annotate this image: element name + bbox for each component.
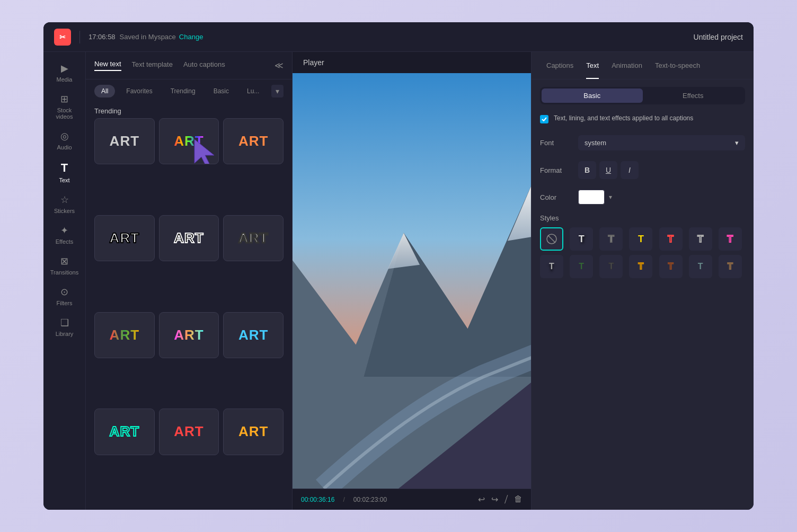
underline-button[interactable]: U <box>599 161 617 179</box>
font-row: Font system ▾ <box>532 130 754 156</box>
check-icon <box>542 117 547 121</box>
style-row2-1[interactable]: T <box>540 255 563 278</box>
tab-captions[interactable]: Captions <box>540 52 580 79</box>
checkbox-label: Text, lining, and text effects applied t… <box>554 114 693 123</box>
italic-button[interactable]: I <box>621 161 639 179</box>
stock-videos-icon: ⊞ <box>60 93 68 105</box>
color-label: Color <box>540 193 572 201</box>
style-row2-3[interactable]: T <box>599 255 623 278</box>
filter-trending[interactable]: Trending <box>164 85 202 97</box>
color-swatch[interactable] <box>578 190 605 205</box>
style-row2-2[interactable]: T <box>570 255 593 278</box>
style-row2-4[interactable]: T <box>629 255 652 278</box>
header-saved: Saved in Myspace <box>120 33 176 41</box>
total-time: 00:02:23:00 <box>353 496 387 503</box>
delete-btn[interactable]: 🗑 <box>514 494 523 504</box>
template-card-9[interactable]: ART <box>223 312 284 358</box>
style-row2-6[interactable]: T <box>689 255 712 278</box>
svg-line-7 <box>548 235 555 243</box>
style-shadow[interactable]: T <box>570 227 593 251</box>
media-icon: ▶ <box>61 63 68 74</box>
filters-icon: ⊙ <box>60 286 68 298</box>
sidebar-item-audio[interactable]: ◎ Audio <box>47 126 83 155</box>
filter-lu[interactable]: Lu... <box>240 85 266 97</box>
template-card-2[interactable]: ART <box>159 118 219 164</box>
sidebar-label-transitions: Transitions <box>50 269 78 276</box>
style-pink-outline[interactable]: T <box>719 227 742 251</box>
style-stroke[interactable]: T <box>599 227 623 251</box>
header-divider <box>79 31 80 43</box>
main-area: ▶ Media ⊞ Stock videos ◎ Audio T Text ☆ … <box>43 52 754 510</box>
text-panel: New text Text template Auto captions ≪ A… <box>86 52 293 510</box>
tab-animation[interactable]: Animation <box>605 52 649 79</box>
sidebar-item-media[interactable]: ▶ Media <box>47 58 83 87</box>
filter-all[interactable]: All <box>94 85 115 97</box>
tab-auto-captions[interactable]: Auto captions <box>183 60 225 70</box>
timeline-bar: 00:00:36:16 / 00:02:23:00 ↩ ↪ ⧸ 🗑 <box>293 489 531 510</box>
font-select[interactable]: system ▾ <box>578 135 745 150</box>
split-btn[interactable]: ⧸ <box>504 494 508 504</box>
sidebar-label-stock-videos: Stock videos <box>50 107 79 120</box>
style-row2-7[interactable]: T <box>719 255 742 278</box>
sidebar-label-effects: Effects <box>56 238 73 245</box>
art-text-2: ART <box>174 133 203 149</box>
style-none[interactable] <box>540 227 563 251</box>
tab-new-text[interactable]: New text <box>94 60 121 71</box>
template-card-1[interactable]: ART <box>94 118 155 164</box>
right-panel: Captions Text Animation Text-to-speech B… <box>531 52 754 510</box>
sidebar-item-filters[interactable]: ⊙ Filters <box>47 282 83 311</box>
style-row2-5[interactable]: T <box>659 255 683 278</box>
sidebar-item-stock-videos[interactable]: ⊞ Stock videos <box>47 89 83 124</box>
format-label: Format <box>540 166 572 174</box>
template-card-7[interactable]: ART <box>94 312 155 358</box>
template-card-12[interactable]: ART <box>223 409 284 455</box>
tab-text-to-speech[interactable]: Text-to-speech <box>649 52 706 79</box>
tab-text-template[interactable]: Text template <box>132 60 173 70</box>
template-card-10[interactable]: ART <box>94 409 155 455</box>
art-text-4: ART <box>110 230 139 246</box>
art-text-5: ART <box>174 230 203 246</box>
art-text-8: ART <box>174 327 203 343</box>
undo-btn[interactable]: ↩ <box>478 494 485 504</box>
sidebar-item-text[interactable]: T Text <box>47 157 83 188</box>
style-gray-outline[interactable]: T <box>689 227 712 251</box>
filter-favorites[interactable]: Favorites <box>119 85 159 97</box>
sidebar-item-stickers[interactable]: ☆ Stickers <box>47 190 83 218</box>
header-change-link[interactable]: Change <box>179 33 203 41</box>
template-card-5[interactable]: ART <box>159 215 219 261</box>
art-text-9: ART <box>238 327 268 343</box>
styles-grid-row2: T T T T T T T <box>532 255 754 282</box>
audio-icon: ◎ <box>60 130 69 142</box>
template-card-8[interactable]: ART <box>159 312 219 358</box>
style-yellow[interactable]: T <box>629 227 652 251</box>
collapse-icon[interactable]: ≪ <box>274 60 284 70</box>
sidebar: ▶ Media ⊞ Stock videos ◎ Audio T Text ☆ … <box>43 52 86 510</box>
checkbox[interactable] <box>540 115 548 123</box>
bold-button[interactable]: B <box>578 161 596 179</box>
text-icon: T <box>61 161 68 175</box>
art-text-6: ART <box>238 230 268 246</box>
tab-text[interactable]: Text <box>580 52 605 79</box>
template-card-6[interactable]: ART <box>223 215 284 261</box>
toggle-effects[interactable]: Effects <box>643 88 744 103</box>
template-card-4[interactable]: ART <box>94 215 155 261</box>
sidebar-label-audio: Audio <box>57 144 72 150</box>
sidebar-item-library[interactable]: ❑ Library <box>47 313 83 341</box>
templates-grid: ART ART ART ART <box>86 118 292 510</box>
filter-bar: All Favorites Trending Basic Lu... ▾ <box>86 79 292 103</box>
sidebar-item-transitions[interactable]: ⊠ Transitions <box>47 251 83 280</box>
template-card-11[interactable]: ART <box>159 409 219 455</box>
filter-basic[interactable]: Basic <box>207 85 236 97</box>
template-card-3[interactable]: ART <box>223 118 284 164</box>
color-chevron-icon[interactable]: ▾ <box>609 193 612 201</box>
style-red-outline[interactable]: T <box>659 227 683 251</box>
logo-icon: ✂ <box>59 33 66 41</box>
format-row: Format B U I <box>532 156 754 184</box>
toggle-basic[interactable]: Basic <box>542 88 643 103</box>
filter-dropdown[interactable]: ▾ <box>271 85 284 97</box>
player-area: Player <box>293 52 531 510</box>
project-title: Untitled project <box>694 33 743 41</box>
font-control: system ▾ <box>578 135 745 150</box>
sidebar-item-effects[interactable]: ✦ Effects <box>47 220 83 249</box>
redo-btn[interactable]: ↪ <box>491 494 498 504</box>
